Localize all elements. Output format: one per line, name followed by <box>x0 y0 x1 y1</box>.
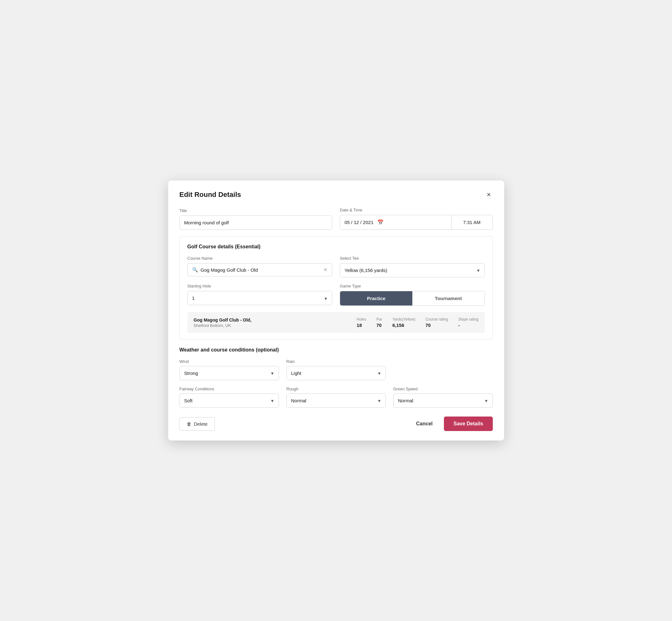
title-group: Title <box>179 208 333 230</box>
weather-section-title: Weather and course conditions (optional) <box>179 347 493 353</box>
rough-group: Rough Short Normal Long ▼ <box>287 386 386 408</box>
game-type-group: Game Type Practice Tournament <box>340 284 485 306</box>
par-value: 70 <box>376 323 382 328</box>
date-value: 05 / 12 / 2021 <box>344 220 374 225</box>
course-rating-label: Course rating <box>425 317 448 322</box>
yards-value: 6,156 <box>392 323 405 328</box>
slope-rating-label: Slope rating <box>458 317 478 322</box>
rain-wrap: None Light Moderate Heavy ▼ <box>287 366 386 380</box>
par-stat: Par 70 <box>376 317 382 328</box>
fairway-dropdown[interactable]: Soft Normal Firm <box>179 394 279 408</box>
title-input[interactable] <box>179 215 333 230</box>
trash-icon: 🗑 <box>187 421 192 427</box>
holes-label: Holes <box>356 317 366 322</box>
golf-course-section: Golf Course details (Essential) Course N… <box>179 236 493 339</box>
wind-group: Wind None Light Moderate Strong ▼ <box>179 359 279 380</box>
rain-group: Rain None Light Moderate Heavy ▼ <box>287 359 386 380</box>
game-type-label: Game Type <box>340 284 485 288</box>
wind-rain-row: Wind None Light Moderate Strong ▼ Rain N… <box>179 359 493 380</box>
calendar-icon[interactable]: 📅 <box>377 219 384 225</box>
date-part[interactable]: 05 / 12 / 2021 📅 <box>340 215 452 230</box>
delete-label: Delete <box>194 421 208 427</box>
slope-rating-stat: Slope rating - <box>458 317 478 328</box>
fairway-group: Fairway Conditions Soft Normal Firm ▼ <box>179 386 279 408</box>
fairway-label: Fairway Conditions <box>179 386 214 391</box>
date-time-container: 05 / 12 / 2021 📅 7:31 AM <box>340 215 493 230</box>
green-speed-group: Green Speed Slow Normal Fast ▼ <box>393 386 493 408</box>
game-type-toggle: Practice Tournament <box>340 291 485 306</box>
course-name-group: Course Name 🔍 Gog Magog Golf Club - Old … <box>187 256 333 277</box>
holes-stat: Holes 18 <box>356 317 366 328</box>
starting-hole-dropdown[interactable]: 1 2 10 <box>187 291 333 305</box>
yards-label: Yards(Yellow) <box>392 317 416 322</box>
rain-label: Rain <box>287 359 295 364</box>
time-value: 7:31 AM <box>463 220 480 225</box>
time-part[interactable]: 7:31 AM <box>452 215 493 230</box>
select-tee-label: Select Tee <box>340 256 485 261</box>
search-icon: 🔍 <box>192 267 198 273</box>
datetime-label: Date & Time <box>340 208 493 212</box>
course-tee-row: Course Name 🔍 Gog Magog Golf Club - Old … <box>187 256 485 277</box>
slope-rating-value: - <box>458 323 460 328</box>
title-datetime-row: Title Date & Time 05 / 12 / 2021 📅 7:31 … <box>179 208 493 230</box>
course-name-input[interactable]: 🔍 Gog Magog Golf Club - Old ✕ <box>187 263 333 277</box>
delete-button[interactable]: 🗑 Delete <box>179 417 215 431</box>
course-info-row: Gog Magog Golf Club - Old, Shelford Bott… <box>187 312 485 333</box>
fairway-wrap: Soft Normal Firm ▼ <box>179 394 279 408</box>
modal-header: Edit Round Details × <box>179 191 493 199</box>
save-button[interactable]: Save Details <box>444 417 493 431</box>
footer-row: 🗑 Delete Cancel Save Details <box>179 417 493 431</box>
course-name-location: Gog Magog Golf Club - Old, Shelford Bott… <box>194 318 357 328</box>
course-main-name: Gog Magog Golf Club - Old, <box>194 318 357 323</box>
course-name-value: Gog Magog Golf Club - Old <box>201 267 321 273</box>
rough-wrap: Short Normal Long ▼ <box>287 394 386 408</box>
green-speed-wrap: Slow Normal Fast ▼ <box>393 394 493 408</box>
rough-dropdown[interactable]: Short Normal Long <box>287 394 386 408</box>
wind-wrap: None Light Moderate Strong ▼ <box>179 366 279 380</box>
title-label: Title <box>179 208 333 213</box>
clear-course-icon[interactable]: ✕ <box>323 267 328 273</box>
yards-stat: Yards(Yellow) 6,156 <box>392 317 416 328</box>
footer-right: Cancel Save Details <box>411 417 493 431</box>
golf-course-title: Golf Course details (Essential) <box>187 244 485 250</box>
course-rating-value: 70 <box>425 323 431 328</box>
datetime-group: Date & Time 05 / 12 / 2021 📅 7:31 AM <box>340 208 493 230</box>
weather-section: Weather and course conditions (optional)… <box>179 347 493 408</box>
green-speed-label: Green Speed <box>393 386 418 391</box>
modal-title: Edit Round Details <box>179 191 241 199</box>
tournament-button[interactable]: Tournament <box>412 291 485 305</box>
fairway-rough-green-row: Fairway Conditions Soft Normal Firm ▼ Ro… <box>179 386 493 408</box>
close-button[interactable]: × <box>485 191 493 199</box>
course-name-label: Course Name <box>187 256 333 261</box>
rough-label: Rough <box>287 386 298 391</box>
starting-hole-wrap: 1 2 10 ▼ <box>187 291 333 306</box>
select-tee-group: Select Tee Yellow (6,156 yards) ▼ <box>340 256 485 277</box>
starting-hole-group: Starting Hole 1 2 10 ▼ <box>187 284 333 306</box>
starting-hole-label: Starting Hole <box>187 284 333 288</box>
select-tee-dropdown[interactable]: Yellow (6,156 yards) <box>340 263 485 277</box>
select-tee-wrap: Yellow (6,156 yards) ▼ <box>340 263 485 277</box>
holes-value: 18 <box>356 323 362 328</box>
hole-gametype-row: Starting Hole 1 2 10 ▼ Game Type Practic… <box>187 284 485 306</box>
course-stats: Holes 18 Par 70 Yards(Yellow) 6,156 Cour… <box>356 317 478 328</box>
cancel-button[interactable]: Cancel <box>411 417 437 430</box>
course-rating-stat: Course rating 70 <box>425 317 448 328</box>
wind-dropdown[interactable]: None Light Moderate Strong <box>179 366 279 380</box>
par-label: Par <box>376 317 382 322</box>
wind-label: Wind <box>179 359 189 364</box>
edit-round-modal: Edit Round Details × Title Date & Time 0… <box>168 180 504 441</box>
rain-dropdown[interactable]: None Light Moderate Heavy <box>287 366 386 380</box>
course-location: Shelford Bottom, UK <box>194 323 357 328</box>
green-speed-dropdown[interactable]: Slow Normal Fast <box>393 394 493 408</box>
practice-button[interactable]: Practice <box>340 291 412 305</box>
